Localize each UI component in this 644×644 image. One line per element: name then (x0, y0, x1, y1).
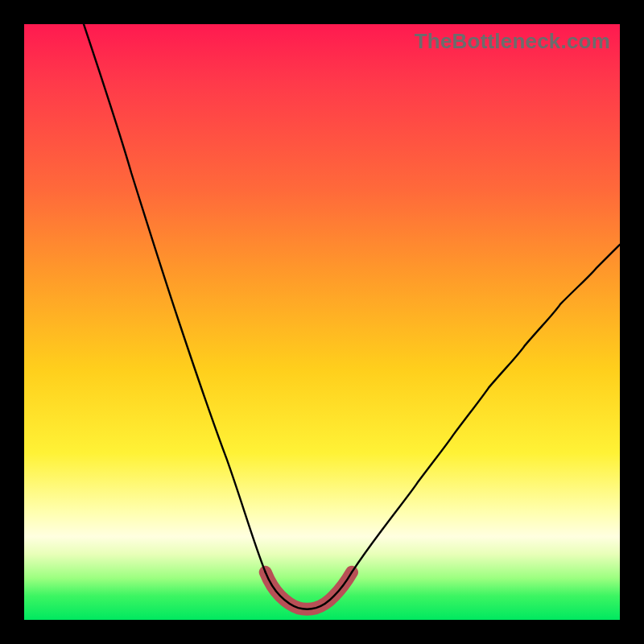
curve-left-branch (84, 24, 266, 572)
chart-frame: TheBottleneck.com (0, 0, 644, 644)
plot-area: TheBottleneck.com (24, 24, 620, 620)
curve-layer (24, 24, 620, 620)
curve-right-branch (352, 245, 620, 572)
